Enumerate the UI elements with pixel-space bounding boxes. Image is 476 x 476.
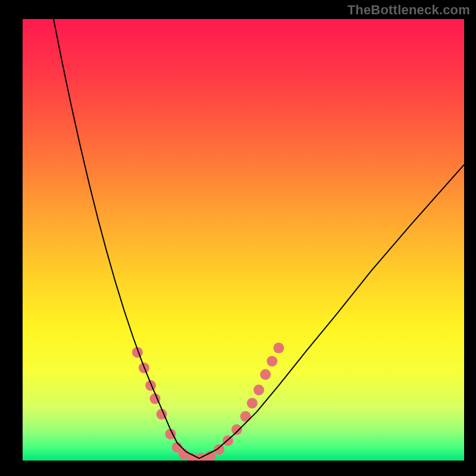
chart-marker <box>247 398 258 409</box>
chart-marker <box>260 369 271 380</box>
chart-plot-area <box>23 19 464 461</box>
chart-marker <box>253 384 264 395</box>
watermark-text: TheBottleneck.com <box>347 2 470 18</box>
chart-marker <box>240 411 251 422</box>
chart-marker <box>214 444 224 455</box>
chart-marker <box>231 424 242 435</box>
chart-frame: TheBottleneck.com <box>0 0 476 476</box>
chart-marker <box>273 343 284 353</box>
chart-marker <box>267 356 277 367</box>
